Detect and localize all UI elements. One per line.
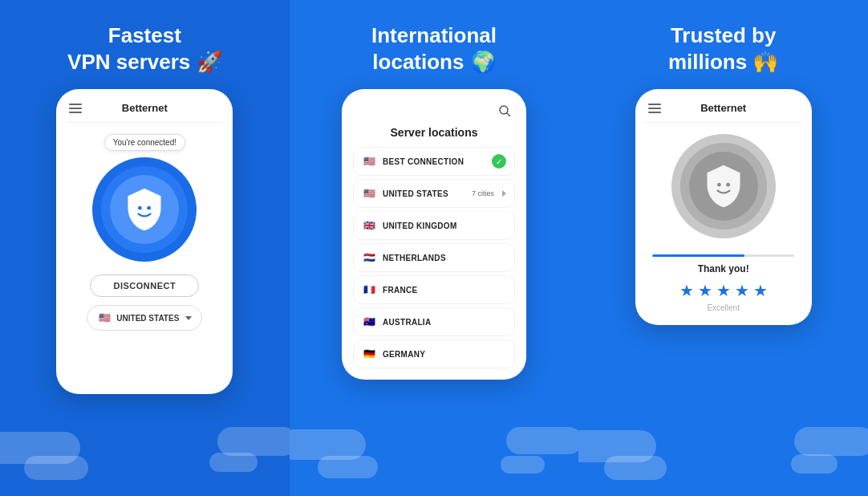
shield-gray-icon xyxy=(703,164,744,209)
thank-you-text: Thank you! xyxy=(698,263,749,274)
server-phone-inner: Server locations 🇺🇸 BEST CONNECTION ✓ 🇺🇸… xyxy=(342,89,526,380)
flag-uk: 🇬🇧 xyxy=(362,218,376,233)
stars-row: ★ ★ ★ ★ ★ xyxy=(679,281,768,300)
star-3: ★ xyxy=(716,281,731,300)
phone1-app-title: Betternet xyxy=(122,102,168,114)
phone3-menu-icon xyxy=(648,104,661,113)
flag-us: 🇺🇸 xyxy=(362,186,376,201)
phone3-header: Betternet xyxy=(645,102,802,123)
disconnect-button[interactable]: DISCONNECT xyxy=(90,274,199,297)
shield-container xyxy=(92,157,197,262)
server-item-fr[interactable]: 🇫🇷 FRANCE xyxy=(353,275,515,304)
flag-best-connection: 🇺🇸 xyxy=(362,154,376,169)
flag-au: 🇦🇺 xyxy=(362,315,376,329)
panel-trusted: Trusted by millions 🙌 Betternet xyxy=(578,0,868,496)
server-item-best-connection[interactable]: 🇺🇸 BEST CONNECTION ✓ xyxy=(353,147,515,176)
progress-bar-fill xyxy=(652,254,744,257)
menu-icon xyxy=(69,104,82,113)
server-name-au: AUSTRALIA xyxy=(383,318,506,327)
panel-international: International locations 🌍 Server locatio… xyxy=(290,0,579,496)
svg-line-3 xyxy=(507,113,510,116)
country-name: UNITED STATES xyxy=(116,314,179,323)
search-row xyxy=(353,100,515,121)
server-locations-title: Server locations xyxy=(353,126,515,139)
panel1-title: Fastest VPN servers 🚀 xyxy=(67,22,221,75)
server-name-de: GERMANY xyxy=(383,350,506,359)
star-1: ★ xyxy=(679,281,694,300)
server-name-nl: NETHERLANDS xyxy=(383,254,506,262)
panel3-title: Trusted by millions 🙌 xyxy=(668,22,778,75)
server-item-us[interactable]: 🇺🇸 UNITED STATES 7 cities xyxy=(353,179,515,208)
svg-point-4 xyxy=(717,183,721,187)
panel-fastest-vpn: Fastest VPN servers 🚀 Betternet You're c… xyxy=(0,0,290,496)
phone1-header: Betternet xyxy=(66,102,223,123)
us-flag: 🇺🇸 xyxy=(97,311,112,325)
chevron-right-icon-us xyxy=(502,190,506,197)
shield-icon xyxy=(124,187,165,232)
svg-point-5 xyxy=(726,183,730,187)
phone1-mockup: Betternet You're connected! DISCONNECT 🇺… xyxy=(56,89,233,394)
phone2-mockup: Server locations 🇺🇸 BEST CONNECTION ✓ 🇺🇸… xyxy=(342,89,526,380)
shield-gray-container xyxy=(671,134,776,238)
server-name-uk: UNITED KINGDOM xyxy=(383,222,506,230)
phone3-app-title: Betternet xyxy=(700,102,746,114)
star-2: ★ xyxy=(698,281,712,300)
flag-nl: 🇳🇱 xyxy=(362,250,376,265)
server-name-fr: FRANCE xyxy=(383,286,506,295)
country-selector[interactable]: 🇺🇸 UNITED STATES xyxy=(87,305,202,331)
svg-point-0 xyxy=(138,206,142,210)
flag-de: 🇩🇪 xyxy=(362,347,376,361)
cities-badge-us: 7 cities xyxy=(472,189,494,197)
phone3-mockup: Betternet Thank you! ★ ★ ★ ★ xyxy=(635,89,812,325)
server-list: 🇺🇸 BEST CONNECTION ✓ 🇺🇸 UNITED STATES 7 … xyxy=(353,147,515,368)
svg-point-1 xyxy=(148,206,152,210)
check-icon: ✓ xyxy=(492,154,506,169)
server-name-best-connection: BEST CONNECTION xyxy=(383,157,485,166)
star-4: ★ xyxy=(735,281,749,300)
connected-badge: You're connected! xyxy=(104,134,185,151)
server-name-us: UNITED STATES xyxy=(383,189,465,198)
flag-fr: 🇫🇷 xyxy=(362,283,376,297)
panel2-title: International locations 🌍 xyxy=(371,22,497,75)
chevron-down-icon xyxy=(185,316,192,320)
server-item-au[interactable]: 🇦🇺 AUSTRALIA xyxy=(353,307,515,336)
server-item-de[interactable]: 🇩🇪 GERMANY xyxy=(353,339,515,368)
search-icon[interactable] xyxy=(494,100,515,121)
progress-bar-wrap xyxy=(652,254,793,257)
server-item-uk[interactable]: 🇬🇧 UNITED KINGDOM xyxy=(353,211,515,240)
server-item-nl[interactable]: 🇳🇱 NETHERLANDS xyxy=(353,243,515,272)
excellent-text: Excellent xyxy=(707,303,740,312)
star-5: ★ xyxy=(753,281,768,300)
